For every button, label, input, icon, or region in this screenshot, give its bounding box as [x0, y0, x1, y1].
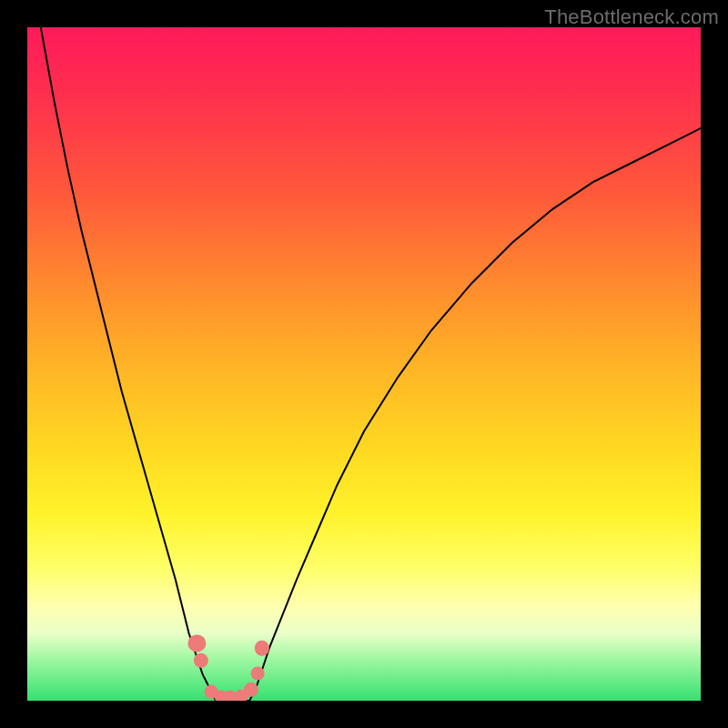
- outer-frame: TheBottleneck.com: [0, 0, 728, 728]
- data-marker: [251, 667, 265, 681]
- plot-area: [27, 27, 701, 701]
- bottleneck-curve: [27, 27, 701, 701]
- watermark-text: TheBottleneck.com: [544, 5, 719, 29]
